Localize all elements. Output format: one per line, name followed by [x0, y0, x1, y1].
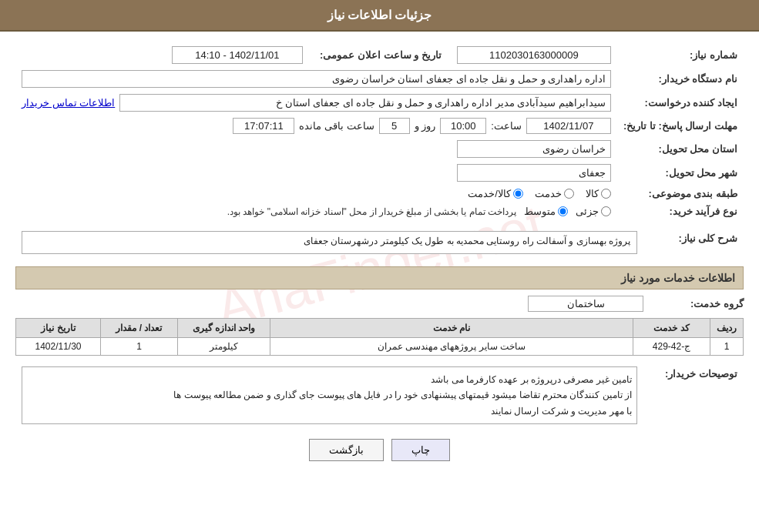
- process-note: پرداخت تمام یا بخشی از مبلغ خریدار از مح…: [227, 206, 516, 217]
- buyer-notes-value: تامین غیر مصرفی درپروژه بر عهده کارفرما …: [22, 366, 637, 424]
- page-header: جزئیات اطلاعات نیاز: [0, 0, 759, 32]
- col-unit: واحد اندازه گیری: [178, 319, 270, 338]
- category-option-kala-khedmat[interactable]: کالا/خدمت: [468, 188, 523, 199]
- deadline-remaining-label: ساعت باقی مانده: [299, 120, 374, 132]
- creator-label: ایجاد کننده درخواست:: [617, 91, 744, 115]
- need-number-label: شماره نیاز:: [617, 43, 744, 67]
- city-value: جعفای: [457, 164, 611, 182]
- col-row: ردیف: [710, 319, 744, 338]
- category-option-kala[interactable]: کالا: [586, 188, 611, 199]
- announce-date-label: تاریخ و ساعت اعلان عمومی:: [309, 43, 448, 67]
- process-option-jozi[interactable]: جزئی: [576, 206, 611, 217]
- row-number: 1: [710, 338, 744, 356]
- deadline-date: 1402/11/07: [526, 118, 611, 134]
- services-table: ردیف کد خدمت نام خدمت واحد اندازه گیری ت…: [15, 318, 744, 356]
- province-value: خراسان رضوی: [457, 140, 611, 158]
- row-unit: کیلومتر: [178, 338, 270, 356]
- need-number-value: 1102030163000009: [457, 46, 611, 64]
- col-date: تاریخ نیاز: [16, 319, 101, 338]
- service-group-label: گروه خدمت:: [643, 298, 744, 309]
- deadline-time-label: ساعت:: [491, 120, 522, 132]
- buyer-org-value: اداره راهداری و حمل و نقل جاده ای جعفای …: [22, 70, 611, 88]
- creator-value: سیدابراهیم سیدآبادی مدیر اداره راهداری و…: [119, 94, 611, 112]
- services-section-title: اطلاعات خدمات مورد نیاز: [15, 266, 744, 289]
- deadline-days: 5: [379, 118, 410, 134]
- need-desc-value: پروژه بهسازی و آسفالت راه روستایی محمدیه…: [22, 231, 637, 254]
- col-qty: تعداد / مقدار: [101, 319, 178, 338]
- row-code: ج-42-429: [633, 338, 710, 356]
- category-option-khedmat[interactable]: خدمت: [535, 188, 574, 199]
- need-desc-label: شرح کلی نیاز:: [643, 228, 744, 257]
- announce-date-value: 1402/11/01 - 14:10: [172, 46, 303, 64]
- process-label: نوع فرآیند خرید:: [617, 202, 744, 220]
- category-label: طبقه بندی موضوعی:: [617, 185, 744, 202]
- button-row: چاپ بازگشت: [15, 439, 744, 473]
- table-row: 1 ج-42-429 ساخت سایر پروژههای مهندسی عمر…: [16, 338, 744, 356]
- deadline-time: 10:00: [440, 118, 486, 134]
- service-group-value: ساختمان: [528, 296, 643, 312]
- page-title: جزئیات اطلاعات نیاز: [327, 8, 432, 22]
- row-service-name: ساخت سایر پروژههای مهندسی عمران: [270, 338, 633, 356]
- back-button[interactable]: بازگشت: [309, 439, 384, 461]
- city-label: شهر محل تحویل:: [617, 161, 744, 185]
- buyer-notes-label: توصیحات خریدار:: [643, 363, 744, 427]
- deadline-remaining: 17:07:11: [233, 118, 294, 134]
- col-code: کد خدمت: [633, 319, 710, 338]
- row-date: 1402/11/30: [16, 338, 101, 356]
- print-button[interactable]: چاپ: [391, 439, 450, 461]
- row-qty: 1: [101, 338, 178, 356]
- deadline-label: مهلت ارسال پاسخ: تا تاریخ:: [617, 115, 744, 137]
- creator-link[interactable]: اطلاعات تماس خریدار: [22, 97, 115, 109]
- province-label: استان محل تحویل:: [617, 137, 744, 161]
- col-name: نام خدمت: [270, 319, 633, 338]
- buyer-org-label: نام دستگاه خریدار:: [617, 67, 744, 91]
- process-option-motevaset[interactable]: متوسط: [524, 206, 568, 217]
- deadline-day-label: روز و: [415, 120, 436, 132]
